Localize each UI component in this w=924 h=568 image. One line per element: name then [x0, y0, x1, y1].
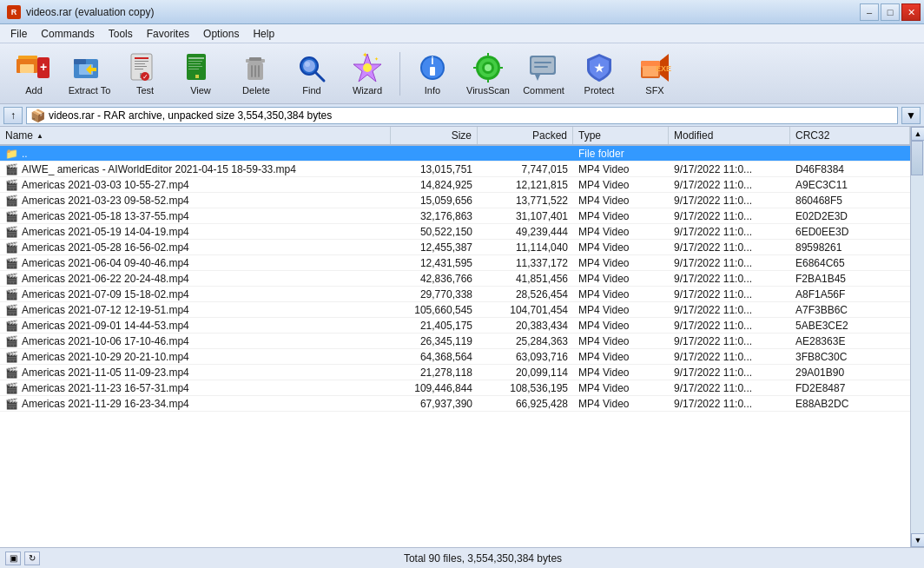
toolbar-test-button[interactable]: ✓ Test — [118, 49, 172, 99]
col-header-size[interactable]: Size — [391, 127, 478, 144]
file-icon: 🎬 — [5, 367, 18, 379]
table-row[interactable]: 🎬Americas 2021-11-29 16-23-34.mp467,937,… — [0, 396, 910, 412]
table-row[interactable]: 🎬Americas 2021-03-23 09-58-52.mp415,059,… — [0, 193, 910, 208]
toolbar-sfx-button[interactable]: EXE SFX — [628, 49, 682, 99]
cell-name: 🎬Americas 2021-11-05 11-09-23.mp4 — [0, 365, 391, 380]
cell-name: 🎬Americas 2021-03-23 09-58-52.mp4 — [0, 193, 391, 208]
toolbar-virusscan-button[interactable]: VirusScan — [461, 49, 515, 99]
cell-crc32 — [790, 146, 910, 161]
col-header-type[interactable]: Type — [573, 127, 669, 144]
view-icon — [183, 52, 218, 83]
toolbar-info-button[interactable]: i Info — [406, 49, 459, 99]
scroll-track[interactable] — [911, 141, 924, 533]
col-header-packed[interactable]: Packed — [478, 127, 573, 144]
menu-help[interactable]: Help — [246, 26, 281, 42]
svg-rect-22 — [188, 66, 202, 67]
table-row[interactable]: 🎬Americas 2021-05-19 14-04-19.mp450,522,… — [0, 224, 910, 240]
scroll-thumb[interactable] — [911, 141, 923, 175]
menu-options[interactable]: Options — [196, 26, 246, 42]
address-dropdown[interactable]: ▼ — [901, 107, 921, 124]
svg-rect-24 — [195, 75, 199, 78]
cell-packed: 25,284,363 — [478, 334, 573, 348]
table-row[interactable]: 🎬Americas 2021-06-04 09-40-46.mp412,431,… — [0, 255, 910, 271]
file-icon: 🎬 — [5, 320, 18, 332]
status-btn1[interactable]: ▣ — [5, 551, 21, 565]
svg-text:✓: ✓ — [142, 73, 148, 81]
maximize-button[interactable]: □ — [881, 3, 900, 21]
wizard-icon: ✦ ✦ — [350, 52, 385, 83]
cell-packed: 11,337,172 — [478, 255, 573, 270]
svg-rect-13 — [135, 66, 147, 67]
up-button[interactable]: ↑ — [3, 107, 23, 124]
find-icon — [294, 52, 329, 83]
cell-packed: 11,114,040 — [478, 240, 573, 254]
cell-name: 🎬Americas 2021-05-18 13-37-55.mp4 — [0, 208, 391, 223]
menu-file[interactable]: File — [3, 26, 34, 42]
table-row[interactable]: 📁..File folder — [0, 146, 910, 162]
cell-crc32: A9EC3C11 — [790, 177, 910, 192]
menu-commands[interactable]: Commands — [34, 26, 101, 42]
close-button[interactable]: ✕ — [901, 3, 921, 21]
svg-point-46 — [485, 64, 492, 71]
cell-size: 13,015,751 — [391, 162, 478, 176]
cell-crc32: E88AB2DC — [790, 396, 910, 411]
cell-crc32: E6864C65 — [790, 255, 910, 270]
cell-modified: 9/17/2022 11:0... — [669, 349, 790, 364]
file-icon: 📁 — [5, 148, 18, 160]
svg-rect-12 — [135, 63, 145, 64]
cell-name: 🎬Americas 2021-10-29 20-21-10.mp4 — [0, 349, 391, 364]
table-row[interactable]: 🎬Americas 2021-11-23 16-57-31.mp4109,446… — [0, 380, 910, 396]
protect-label: Protect — [584, 85, 615, 96]
col-header-modified[interactable]: Modified — [669, 127, 790, 144]
view-label: View — [190, 85, 211, 96]
table-row[interactable]: 🎬Americas 2021-06-22 20-24-48.mp442,836,… — [0, 271, 910, 287]
table-row[interactable]: 🎬Americas 2021-07-12 12-19-51.mp4105,660… — [0, 302, 910, 318]
cell-name: 🎬Americas 2021-05-28 16-56-02.mp4 — [0, 240, 391, 254]
cell-size: 32,176,863 — [391, 208, 478, 223]
table-row[interactable]: 🎬Americas 2021-05-18 13-37-55.mp432,176,… — [0, 208, 910, 224]
col-header-crc32[interactable]: CRC32 — [790, 127, 910, 144]
toolbar-delete-button[interactable]: Delete — [229, 49, 283, 99]
col-header-name[interactable]: Name ▲ — [0, 127, 391, 144]
svg-text:✦: ✦ — [362, 52, 368, 59]
status-btn2[interactable]: ↻ — [24, 551, 40, 565]
status-buttons: ▣ ↻ — [5, 551, 40, 565]
toolbar-extract-button[interactable]: Extract To — [63, 49, 116, 99]
table-row[interactable]: 🎬Americas 2021-10-06 17-10-46.mp426,345,… — [0, 334, 910, 349]
toolbar-add-button[interactable]: + Add — [7, 49, 61, 99]
toolbar-wizard-button[interactable]: ✦ ✦ Wizard — [340, 49, 394, 99]
table-row[interactable]: 🎬Americas 2021-09-01 14-44-53.mp421,405,… — [0, 318, 910, 334]
table-row[interactable]: 🎬Americas 2021-11-05 11-09-23.mp421,278,… — [0, 365, 910, 380]
minimize-button[interactable]: – — [860, 3, 879, 21]
svg-rect-42 — [430, 67, 435, 76]
cell-modified: 9/17/2022 11:0... — [669, 380, 790, 395]
menu-favorites[interactable]: Favorites — [140, 26, 196, 42]
svg-rect-30 — [258, 65, 260, 77]
cell-size: 12,431,595 — [391, 255, 478, 270]
toolbar-view-button[interactable]: View — [174, 49, 228, 99]
file-name: .. — [22, 148, 28, 160]
file-icon: 🎬 — [5, 398, 18, 410]
cell-crc32: A8F1A56F — [790, 287, 910, 301]
menu-tools[interactable]: Tools — [102, 26, 140, 42]
table-row[interactable]: 🎬Americas 2021-10-29 20-21-10.mp464,368,… — [0, 349, 910, 365]
cell-name: 🎬Americas 2021-06-22 20-24-48.mp4 — [0, 271, 391, 286]
scroll-up-button[interactable]: ▲ — [911, 127, 924, 141]
toolbar-comment-button[interactable]: Comment — [517, 49, 571, 99]
toolbar-find-button[interactable]: Find — [285, 49, 339, 99]
svg-rect-23 — [188, 69, 199, 69]
scroll-down-button[interactable]: ▼ — [911, 533, 924, 547]
cell-type: MP4 Video — [573, 396, 669, 411]
table-row[interactable]: 🎬AIWE_ americas - AIWorldEditor 2021-04-… — [0, 162, 910, 177]
table-row[interactable]: 🎬Americas 2021-03-03 10-55-27.mp414,824,… — [0, 177, 910, 193]
virusscan-icon — [471, 52, 505, 83]
title-text: videos.rar (evaluation copy) — [26, 6, 154, 18]
svg-rect-26 — [249, 57, 261, 61]
toolbar-protect-button[interactable]: ★ Protect — [572, 49, 626, 99]
table-row[interactable]: 🎬Americas 2021-05-28 16-56-02.mp412,455,… — [0, 240, 910, 255]
column-headers: Name ▲ Size Packed Type Modified CRC32 — [0, 127, 910, 146]
cell-type: MP4 Video — [573, 334, 669, 348]
table-row[interactable]: 🎬Americas 2021-07-09 15-18-02.mp429,770,… — [0, 287, 910, 302]
cell-packed: 12,121,815 — [478, 177, 573, 192]
toolbar-separator — [399, 52, 400, 96]
